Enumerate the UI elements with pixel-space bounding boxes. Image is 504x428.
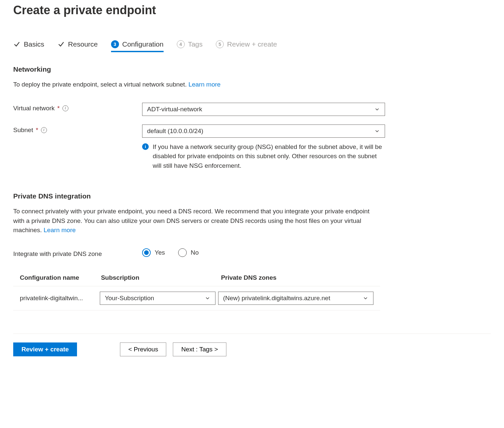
wizard-tabs: Basics Resource 3 Configuration 4 Tags 5… — [13, 40, 491, 52]
step-number-icon: 3 — [111, 40, 119, 48]
previous-button[interactable]: < Previous — [120, 342, 166, 356]
required-indicator: * — [36, 126, 38, 134]
table-header: Configuration name Subscription Private … — [13, 274, 380, 286]
tab-tags[interactable]: 4 Tags — [177, 40, 203, 52]
radio-yes-label: Yes — [155, 249, 165, 256]
tab-resource[interactable]: Resource — [58, 40, 98, 52]
check-icon — [58, 41, 65, 48]
review-create-button[interactable]: Review + create — [13, 342, 77, 356]
tab-configuration[interactable]: 3 Configuration — [111, 40, 164, 52]
tab-tags-label: Tags — [188, 40, 203, 48]
chevron-down-icon — [205, 295, 211, 301]
subscription-select-value: Your-Subscription — [105, 295, 154, 302]
chevron-down-icon — [363, 295, 368, 301]
tab-review-label: Review + create — [227, 40, 277, 48]
networking-heading: Networking — [13, 65, 491, 73]
tab-resource-label: Resource — [68, 40, 98, 48]
vnet-label: Virtual network * i — [13, 103, 142, 112]
dns-config-table: Configuration name Subscription Private … — [13, 274, 380, 310]
nsg-info: i If you have a network security group (… — [142, 142, 385, 171]
radio-no-label: No — [191, 249, 199, 256]
cell-config-name: privatelink-digitaltwin... — [20, 295, 100, 302]
dns-desc: To connect privately with your private e… — [13, 207, 377, 235]
table-row: privatelink-digitaltwin... Your-Subscrip… — [13, 286, 380, 310]
check-icon — [13, 41, 20, 48]
header-subscription: Subscription — [101, 274, 221, 281]
vnet-select-value: ADT-virtual-network — [147, 106, 202, 113]
wizard-footer: Review + create < Previous Next : Tags > — [13, 334, 491, 356]
chevron-down-icon — [374, 106, 380, 112]
chevron-down-icon — [374, 128, 380, 134]
vnet-select[interactable]: ADT-virtual-network — [142, 103, 385, 116]
info-badge-icon: i — [142, 143, 149, 150]
subnet-select[interactable]: default (10.0.0.0/24) — [142, 125, 385, 138]
next-button[interactable]: Next : Tags > — [173, 342, 226, 356]
nsg-info-text: If you have a network security group (NS… — [153, 142, 385, 171]
page-title: Create a private endpoint — [13, 3, 491, 17]
tab-basics[interactable]: Basics — [13, 40, 44, 52]
dns-zone-select[interactable]: (New) privatelink.digitaltwins.azure.net — [218, 292, 373, 305]
header-config-name: Configuration name — [20, 274, 101, 281]
radio-no[interactable]: No — [178, 248, 199, 257]
tab-basics-label: Basics — [24, 40, 44, 48]
dns-zone-select-value: (New) privatelink.digitaltwins.azure.net — [223, 295, 330, 302]
subnet-select-value: default (10.0.0.0/24) — [147, 127, 203, 135]
step-number-icon: 5 — [216, 40, 224, 48]
required-indicator: * — [57, 105, 59, 112]
tab-review[interactable]: 5 Review + create — [216, 40, 277, 52]
learn-more-link[interactable]: Learn more — [188, 81, 220, 88]
header-dns-zones: Private DNS zones — [221, 274, 373, 281]
info-icon[interactable]: i — [62, 105, 68, 111]
learn-more-link[interactable]: Learn more — [44, 227, 76, 233]
radio-yes[interactable]: Yes — [142, 248, 165, 257]
radio-icon — [142, 248, 151, 257]
step-number-icon: 4 — [177, 40, 185, 48]
integrate-label: Integrate with private DNS zone — [13, 248, 142, 258]
subscription-select[interactable]: Your-Subscription — [100, 292, 215, 305]
info-icon[interactable]: i — [41, 127, 47, 133]
tab-configuration-label: Configuration — [122, 40, 164, 48]
networking-desc: To deploy the private endpoint, select a… — [13, 80, 377, 89]
dns-heading: Private DNS integration — [13, 192, 491, 200]
radio-icon — [178, 248, 187, 257]
subnet-label: Subnet * i — [13, 125, 142, 134]
integrate-radio-group: Yes No — [142, 248, 385, 257]
